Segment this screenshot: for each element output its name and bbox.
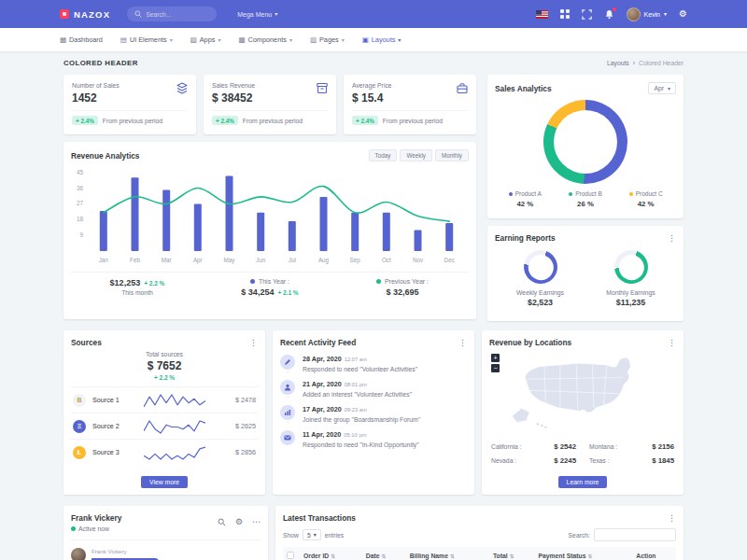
mail-icon	[284, 434, 291, 441]
notifications-button[interactable]	[604, 9, 614, 20]
range-button-today[interactable]: Today	[369, 149, 398, 161]
svg-text:Sep: Sep	[350, 257, 361, 264]
stat-label: Sales Revenue	[212, 82, 255, 89]
topbar-search-input[interactable]: Search...	[127, 7, 217, 21]
nav-label: Components	[248, 35, 287, 44]
user-menu-button[interactable]: Kevin ▾	[627, 7, 668, 21]
legend-pct: 26 %	[556, 200, 616, 208]
total-sources-badge: + 2.2 %	[71, 374, 258, 381]
sales-analytics-card: Sales Analytics Apr ▾ Product A 42 % P	[487, 75, 684, 218]
nav-label: Layouts	[372, 35, 396, 44]
apps-grid-button[interactable]	[560, 9, 570, 19]
sources-card: Sources ⋮ Total sources $ 7652 + 2.2 % B…	[63, 330, 265, 495]
location-name: California :	[491, 443, 522, 450]
source-name: Source 3	[92, 448, 137, 456]
nav-item-dashboard[interactable]: ▦ Dashboard	[60, 35, 103, 44]
map-zoom-out-button[interactable]: −	[491, 364, 500, 372]
column-header-order-id[interactable]: Order ID⇅	[300, 547, 362, 560]
brand-logo[interactable]: NAZOX	[60, 9, 110, 20]
revenue-combo-chart[interactable]: 918273645JanFebMarAprMayJunJulAugSepOctN…	[71, 161, 469, 266]
chevron-down-icon: ▾	[289, 37, 292, 43]
chat-user-name: Frank Vickery	[71, 513, 121, 523]
total-sources-label: Total sources	[71, 351, 258, 357]
map-zoom-in-button[interactable]: +	[491, 354, 500, 362]
table-search-input[interactable]	[594, 528, 676, 541]
svg-text:May: May	[224, 257, 236, 264]
fullscreen-button[interactable]	[582, 9, 592, 20]
kebab-menu-icon[interactable]: ⋮	[668, 339, 676, 347]
column-header-billing-name[interactable]: Billing Name⇅	[406, 547, 489, 560]
this-year-badge: + 2.1 %	[277, 289, 298, 296]
source-row[interactable]: Ξ Source 2 $ 2625	[71, 413, 258, 439]
total-sources-value: $ 7652	[71, 359, 258, 372]
user-avatar	[627, 7, 641, 21]
timeline-connector	[288, 397, 289, 398]
kebab-menu-icon[interactable]: ⋮	[668, 234, 676, 243]
select-all-checkbox[interactable]	[287, 552, 294, 559]
chat-search-button[interactable]	[218, 513, 226, 530]
location-value: $ 1845	[652, 456, 674, 465]
svg-text:Dec: Dec	[444, 257, 455, 263]
sales-donut-chart[interactable]	[543, 100, 627, 184]
nav-item-apps[interactable]: ▧ Apps ▾	[190, 35, 221, 44]
activity-date: 28 Apr, 2020	[303, 355, 342, 363]
language-flag-button[interactable]	[536, 10, 548, 19]
period-select[interactable]: Apr ▾	[648, 82, 676, 94]
components-icon: ▩	[238, 36, 245, 44]
column-header-payment-status[interactable]: Payment Status⇅	[534, 547, 632, 560]
earning-value: $11,235	[585, 298, 676, 307]
this-year-label: This Year :	[259, 278, 289, 285]
revenue-month-summary: $12,253 + 2.2 % This month	[71, 273, 204, 301]
source-row[interactable]: B Source 1 $ 2478	[71, 386, 258, 413]
legend-name: Product A	[515, 190, 542, 197]
range-button-monthly[interactable]: Monthly	[435, 149, 469, 161]
nav-label: Dashboard	[69, 35, 103, 44]
timeline-connector	[288, 422, 289, 423]
chevron-down-icon: ▾	[218, 37, 220, 43]
svg-text:Jan: Jan	[99, 257, 109, 263]
column-header-total[interactable]: Total⇅	[489, 547, 535, 560]
entries-value: 5	[307, 532, 311, 539]
chat-settings-button[interactable]: ⚙	[235, 517, 243, 526]
kebab-menu-icon[interactable]: ⋮	[458, 339, 467, 347]
source-value: $ 2856	[235, 448, 256, 456]
nav-item-ui-elements[interactable]: ▤ UI Elements ▾	[120, 35, 173, 44]
chat-more-button[interactable]: ⋯	[252, 517, 261, 526]
activity-item: 21 Apr, 202008:01 pm Added an interest "…	[280, 380, 467, 398]
month-label: This month	[71, 289, 204, 296]
source-row[interactable]: Ł Source 3 $ 2856	[71, 439, 258, 465]
kebab-menu-icon[interactable]: ⋮	[249, 339, 258, 347]
weekly-earnings-radial-chart	[518, 245, 561, 288]
kebab-menu-icon[interactable]: ⋮	[668, 514, 676, 523]
mega-menu-button[interactable]: Mega Menu ▾	[237, 11, 277, 18]
chevron-down-icon: ▾	[170, 37, 173, 43]
stat-value: 1452	[72, 91, 120, 105]
nav-item-components[interactable]: ▩ Components ▾	[238, 35, 291, 44]
legend-pct: 42 %	[495, 200, 556, 208]
monthly-earnings-radial-chart	[609, 245, 652, 288]
month-value: $12,253	[110, 278, 141, 287]
stat-card-sales-revenue: Sales Revenue $ 38452 + 2.4% From previo…	[204, 75, 336, 134]
nav-item-layouts[interactable]: ▣ Layouts ▾	[362, 35, 402, 44]
column-header-date[interactable]: Date⇅	[362, 547, 406, 560]
svg-text:Jul: Jul	[289, 257, 296, 263]
svg-text:Mar: Mar	[162, 257, 172, 263]
donut-legend: Product A 42 % Product B 26 % Product C …	[495, 190, 676, 208]
stat-cards: Number of Sales 1452 + 2.4% From previou…	[63, 75, 476, 134]
revenue-analytics-card: Revenue Analytics Today Weekly Monthly 9…	[63, 142, 476, 319]
earning-reports-card: Earning Reports ⋮ Weekly Earnings $2,523…	[487, 226, 684, 321]
breadcrumb-parent[interactable]: Layouts	[607, 60, 629, 66]
usa-map[interactable]	[489, 352, 676, 432]
sort-icon: ⇅	[382, 553, 387, 559]
range-button-weekly[interactable]: Weekly	[400, 149, 432, 161]
gear-icon: ⚙	[235, 517, 243, 526]
activity-date: 17 Apr, 2020	[303, 405, 342, 413]
learn-more-button[interactable]: Learn more	[558, 476, 608, 488]
view-more-button[interactable]: View more	[141, 476, 188, 488]
settings-button[interactable]: ⚙	[679, 9, 687, 19]
ui-elements-icon: ▤	[120, 36, 127, 44]
entries-select[interactable]: 5 ▾	[303, 529, 321, 540]
column-header-action[interactable]: Action	[632, 547, 676, 560]
mega-menu-label: Mega Menu	[237, 11, 272, 18]
nav-item-pages[interactable]: ▥ Pages ▾	[310, 35, 345, 44]
